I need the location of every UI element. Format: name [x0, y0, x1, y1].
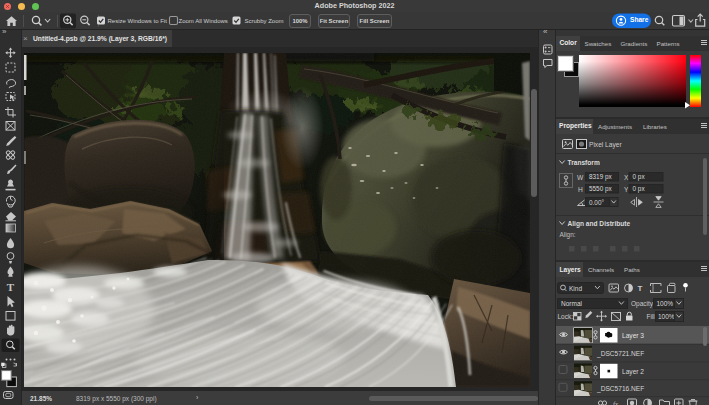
svg-text:Align:: Align: — [559, 231, 575, 239]
svg-text:H: H — [578, 186, 583, 193]
svg-text:T: T — [637, 284, 642, 293]
svg-text:Opacity:: Opacity: — [631, 300, 655, 308]
svg-text:Layer 2: Layer 2 — [622, 368, 644, 376]
svg-text:8319 px: 8319 px — [589, 173, 613, 181]
svg-text:Normal: Normal — [561, 300, 583, 307]
svg-text:5550 px: 5550 px — [589, 185, 613, 193]
svg-text:0.00°: 0.00° — [589, 199, 604, 206]
svg-text:Lock:: Lock: — [557, 313, 573, 320]
svg-text:W: W — [577, 174, 584, 181]
svg-text:Kind: Kind — [569, 285, 582, 292]
svg-text:_DSC5721.NEF: _DSC5721.NEF — [596, 350, 644, 358]
svg-text:Transform: Transform — [567, 159, 599, 166]
svg-text:T: T — [7, 281, 15, 293]
svg-text:Y: Y — [624, 186, 629, 193]
svg-text:_DSC5716.NEF: _DSC5716.NEF — [596, 385, 644, 393]
svg-text:0 px: 0 px — [632, 173, 645, 181]
svg-text:100%: 100% — [656, 300, 673, 307]
svg-text:Pixel Layer: Pixel Layer — [589, 141, 622, 149]
svg-text:100%: 100% — [658, 313, 675, 320]
svg-text:X: X — [624, 174, 629, 181]
svg-text:Layer 3: Layer 3 — [622, 332, 644, 340]
svg-text:fx: fx — [613, 400, 619, 405]
svg-text:Align and Distribute: Align and Distribute — [567, 220, 630, 228]
svg-text:0 px: 0 px — [632, 185, 645, 193]
